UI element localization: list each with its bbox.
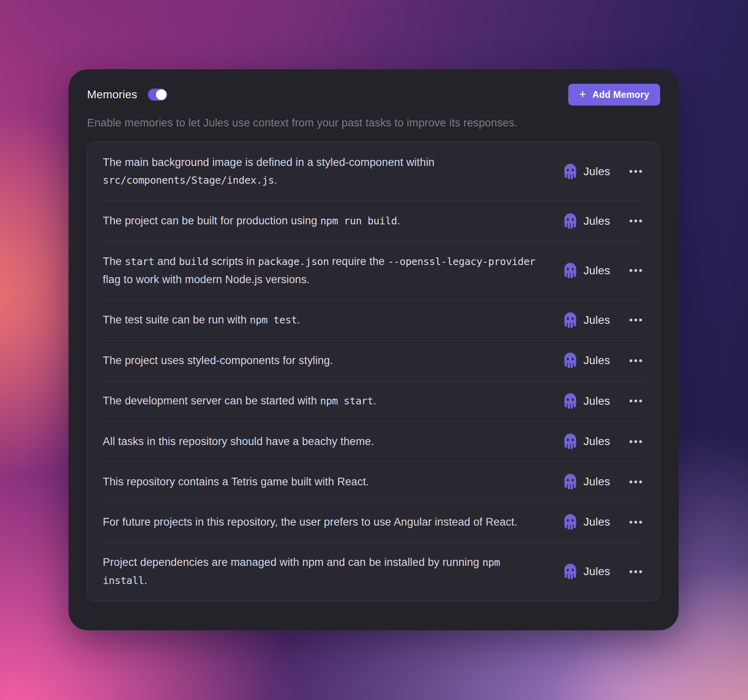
memory-text: The project uses styled-components for s… [103,352,549,369]
memory-row: The project uses styled-components for s… [87,340,660,381]
memory-author-label: Jules [584,435,610,448]
jules-avatar-icon [563,473,578,490]
memory-row: The main background image is defined in … [87,142,660,201]
ellipsis-icon [630,170,632,173]
memory-author-label: Jules [584,215,610,228]
memory-menu-button[interactable] [627,315,644,325]
ellipsis-icon [630,220,632,222]
memory-row: The test suite can be run with npm test.… [87,300,660,340]
memory-row: For future projects in this repository, … [87,502,660,542]
memory-author-label: Jules [584,395,610,408]
memory-row: All tasks in this repository should have… [87,421,660,462]
memory-author-label: Jules [584,475,610,488]
memory-row: The development server can be started wi… [87,381,660,421]
page-title: Memories [87,88,137,101]
memory-menu-button[interactable] [627,166,644,177]
memory-menu-button[interactable] [627,436,644,447]
memory-text: For future projects in this repository, … [103,513,549,531]
jules-avatar-icon [563,514,578,530]
memories-subtitle: Enable memories to let Jules use context… [87,117,660,129]
memory-menu-button[interactable] [627,517,644,528]
ellipsis-icon [630,269,632,272]
memory-menu-button[interactable] [627,355,644,366]
ellipsis-icon [630,521,632,524]
ellipsis-icon [630,400,632,402]
memory-row: The project can be built for production … [87,201,660,241]
jules-avatar-icon [563,563,578,580]
plus-icon: + [579,88,586,100]
memory-text: The main background image is defined in … [103,153,549,189]
memory-text: All tasks in this repository should have… [103,433,549,450]
memories-panel: Memories + Add Memory Enable memories to… [69,69,679,630]
memory-menu-button[interactable] [627,265,644,276]
memory-menu-button[interactable] [627,215,644,226]
memory-row: This repository contains a Tetris game b… [87,462,660,502]
memory-list: The main background image is defined in … [87,142,660,601]
add-memory-button[interactable]: + Add Memory [568,84,660,106]
panel-header: Memories + Add Memory [87,84,660,106]
ellipsis-icon [630,440,632,443]
ellipsis-icon [630,480,632,483]
memory-author-label: Jules [584,354,610,367]
jules-avatar-icon [563,262,578,279]
memories-toggle[interactable] [148,89,167,101]
ellipsis-icon [630,319,632,321]
memory-text: The start and build scripts in package.j… [103,253,549,288]
jules-avatar-icon [563,213,578,230]
memory-row: The start and build scripts in package.j… [87,241,660,300]
jules-avatar-icon [563,312,578,329]
ellipsis-icon [630,359,632,362]
memory-menu-button[interactable] [627,396,644,406]
memory-text: Project dependencies are managed with np… [103,553,549,590]
memory-author-label: Jules [584,314,610,327]
memory-author-label: Jules [584,165,610,178]
jules-avatar-icon [563,433,578,450]
jules-avatar-icon [563,393,578,410]
memory-text: The project can be built for production … [103,212,549,230]
add-memory-label: Add Memory [592,89,649,100]
memory-text: The development server can be started wi… [103,392,549,410]
memory-row: Project dependencies are managed with np… [87,542,660,601]
memory-text: The test suite can be run with npm test. [103,311,549,329]
ellipsis-icon [630,570,632,573]
toggle-knob [156,89,166,100]
memory-author-label: Jules [584,264,610,277]
jules-avatar-icon [563,163,578,180]
memory-menu-button[interactable] [627,566,644,577]
memory-author-label: Jules [584,565,610,578]
memory-text: This repository contains a Tetris game b… [103,473,549,491]
memory-menu-button[interactable] [627,476,644,487]
jules-avatar-icon [563,352,578,369]
memory-author-label: Jules [584,516,610,528]
